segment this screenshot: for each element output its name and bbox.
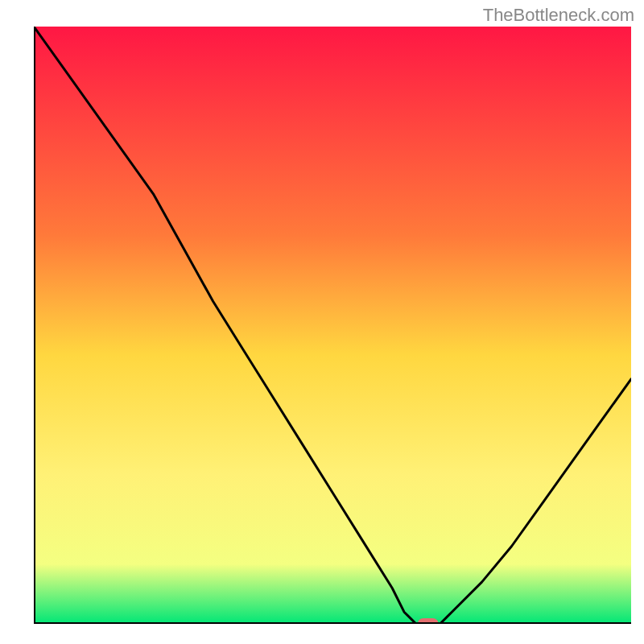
bottleneck-chart bbox=[34, 27, 631, 624]
chart-background bbox=[34, 27, 631, 624]
chart-container bbox=[34, 27, 631, 624]
watermark-text: TheBottleneck.com bbox=[483, 5, 634, 26]
